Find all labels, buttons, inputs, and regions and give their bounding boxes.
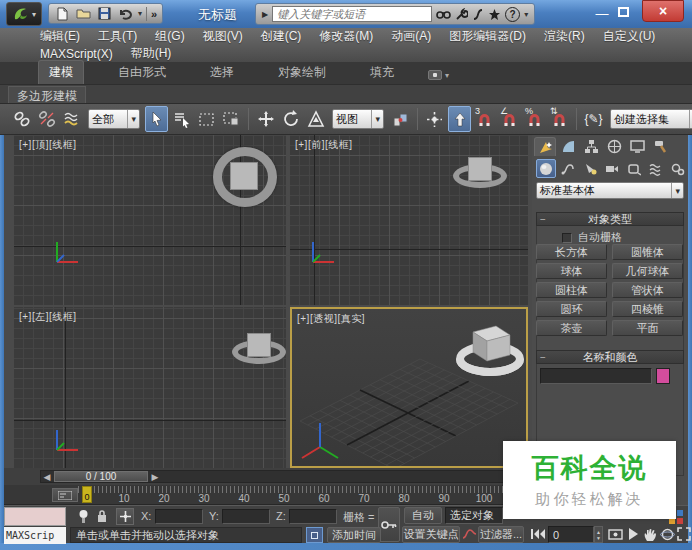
ribbon-tab-object-paint[interactable]: 对象绘制 — [268, 61, 336, 84]
search-input[interactable] — [272, 6, 432, 22]
favorites-star-icon[interactable] — [488, 8, 501, 21]
menu-animation[interactable]: 动画(A) — [391, 28, 431, 45]
primitive-plane-button[interactable]: 平面 — [612, 320, 683, 336]
snap-3d-icon[interactable]: 3 — [473, 106, 496, 132]
app-logo-button[interactable]: ▾ — [6, 2, 42, 26]
primitive-teapot-button[interactable]: 茶壶 — [536, 320, 607, 336]
box-object[interactable] — [473, 326, 510, 361]
set-key-mode-button[interactable] — [378, 507, 400, 542]
qat-more-button[interactable]: » — [151, 8, 157, 20]
undo-dropdown-caret[interactable]: ▾ — [138, 9, 142, 18]
angle-snap-icon[interactable]: ∠ — [498, 106, 521, 132]
help-dropdown-caret[interactable]: ▾ — [524, 10, 528, 19]
close-button[interactable]: × — [642, 0, 684, 22]
auto-key-button[interactable]: 自动 — [404, 507, 442, 524]
current-frame-field[interactable]: 0 — [548, 526, 594, 543]
object-type-rollout-header[interactable]: −对象类型 — [536, 212, 684, 226]
time-slider-track[interactable]: ◀ 0 / 100 ▶ — [40, 470, 526, 483]
mini-curve-editor-button[interactable] — [52, 488, 78, 502]
orbit-icon[interactable] — [660, 527, 675, 542]
reference-coordinate-dropdown[interactable]: 视图▾ — [332, 109, 384, 129]
ribbon-tab-selection[interactable]: 选择 — [200, 61, 244, 84]
help-icon[interactable]: ? — [505, 7, 520, 22]
track-bar[interactable]: 0 10 20 30 40 50 60 70 80 90 100 — [4, 485, 530, 505]
maxscript-listener-label[interactable]: MAXScrip — [4, 527, 66, 544]
tab-motion[interactable] — [603, 137, 625, 156]
ribbon-tab-freeform[interactable]: 自由形式 — [108, 61, 176, 84]
lights-category-icon[interactable] — [580, 159, 600, 178]
next-frame-arrow[interactable]: ▶ — [149, 471, 161, 482]
transform-type-in-icon[interactable] — [116, 508, 134, 525]
menu-group[interactable]: 组(G) — [155, 28, 184, 45]
menu-rendering[interactable]: 渲染(R) — [544, 28, 585, 45]
save-file-icon[interactable] — [96, 5, 113, 22]
shapes-category-icon[interactable] — [558, 159, 578, 178]
box-object-left-view[interactable] — [247, 333, 271, 357]
key-filters-dropdown[interactable]: 选定对象 — [445, 507, 503, 524]
primitive-torus-button[interactable]: 圆环 — [536, 301, 607, 317]
x-coord-field[interactable] — [155, 509, 203, 524]
ribbon-config-button[interactable]: ▾ — [428, 70, 449, 84]
play-button[interactable] — [626, 527, 640, 541]
select-and-manipulate-icon[interactable] — [423, 106, 446, 132]
select-and-link-icon[interactable] — [10, 106, 33, 132]
binoculars-icon[interactable] — [436, 8, 451, 20]
rectangular-selection-region-icon[interactable] — [195, 106, 218, 132]
viewport-perspective-label[interactable]: [+][透视][真实] — [297, 312, 365, 326]
viewport-perspective[interactable]: [+][透视][真实] — [290, 307, 528, 468]
space-warps-category-icon[interactable] — [646, 159, 666, 178]
name-color-rollout-header[interactable]: −名称和颜色 — [536, 350, 684, 364]
menu-customize[interactable]: 自定义(U) — [603, 28, 656, 45]
pan-hand-icon[interactable] — [643, 527, 657, 542]
maximize-viewport-toggle-icon[interactable] — [677, 527, 691, 541]
select-object-button[interactable] — [145, 106, 168, 132]
maxscript-mini-listener[interactable] — [4, 507, 66, 526]
curve-tool-icon[interactable] — [472, 8, 484, 21]
box-object-top-view[interactable] — [230, 162, 258, 190]
selection-lock-icon[interactable] — [96, 509, 108, 523]
selection-filter-dropdown[interactable]: 全部▾ — [88, 109, 140, 129]
object-color-swatch[interactable] — [656, 368, 670, 384]
viewport-top[interactable]: [+][顶][线框] — [14, 135, 286, 305]
bind-to-space-warp-icon[interactable] — [60, 106, 83, 132]
primitive-tube-button[interactable]: 管状体 — [612, 282, 683, 298]
window-crossing-icon[interactable] — [220, 106, 243, 132]
viewport-front[interactable]: [+][前][线框] — [290, 135, 528, 305]
percent-snap-icon[interactable]: % — [523, 106, 546, 132]
ribbon-tab-modeling[interactable]: 建模 — [38, 60, 84, 84]
time-slider-handle[interactable]: 0 / 100 — [54, 471, 148, 482]
geometry-category-icon[interactable] — [536, 159, 556, 178]
primitive-geosphere-button[interactable]: 几何球体 — [612, 263, 683, 279]
tab-display[interactable] — [626, 137, 648, 156]
spinner-snap-icon[interactable]: ⇅ — [548, 106, 571, 132]
wrench-icon[interactable] — [455, 8, 468, 21]
primitive-pyramid-button[interactable]: 四棱锥 — [612, 301, 683, 317]
menu-help[interactable]: 帮助(H) — [131, 45, 172, 62]
viewport-top-label[interactable]: [+][顶][线框] — [19, 138, 77, 152]
add-time-tag-button[interactable]: 添加时间 — [327, 527, 381, 543]
maximize-button[interactable] — [618, 7, 629, 17]
menu-maxscript[interactable]: MAXScript(X) — [40, 47, 113, 61]
tab-hierarchy[interactable] — [580, 137, 602, 156]
tab-modify[interactable] — [557, 137, 579, 156]
current-frame-marker[interactable]: 0 — [82, 486, 92, 503]
ribbon-tab-populate[interactable]: 填充 — [360, 61, 404, 84]
select-by-name-icon[interactable] — [170, 106, 193, 132]
primitive-category-dropdown[interactable]: 标准基本体▾ — [536, 182, 684, 199]
menu-modifiers[interactable]: 修改器(M) — [319, 28, 373, 45]
y-coord-field[interactable] — [222, 509, 270, 524]
autogrid-checkbox[interactable] — [562, 233, 572, 243]
cameras-category-icon[interactable] — [602, 159, 622, 178]
primitive-box-button[interactable]: 长方体 — [536, 244, 607, 260]
primitive-cylinder-button[interactable]: 圆柱体 — [536, 282, 607, 298]
key-mode-toggle-icon[interactable] — [608, 527, 623, 542]
select-and-move-icon[interactable] — [254, 106, 277, 132]
viewport-left[interactable]: [+][左][线框] — [14, 307, 286, 468]
go-to-start-icon[interactable] — [530, 528, 546, 540]
viewport-front-label[interactable]: [+][前][线框] — [295, 138, 353, 152]
snaps-toggle-button[interactable] — [448, 106, 471, 132]
primitive-cone-button[interactable]: 圆锥体 — [612, 244, 683, 260]
primitive-sphere-button[interactable]: 球体 — [536, 263, 607, 279]
filters-button[interactable]: 过滤器... — [478, 526, 524, 543]
isolate-selection-toggle[interactable] — [306, 527, 323, 543]
